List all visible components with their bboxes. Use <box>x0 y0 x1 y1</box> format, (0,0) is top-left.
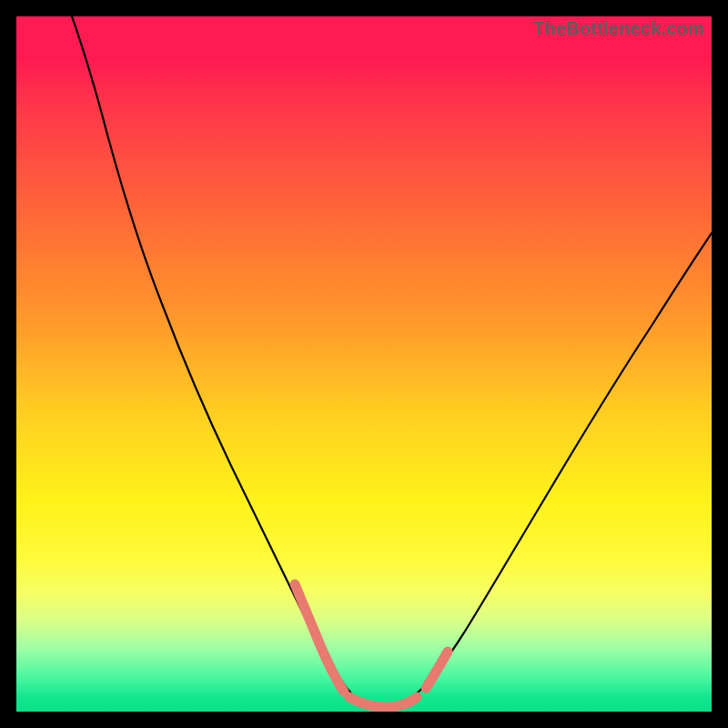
chart-frame: TheBottleneck.com <box>0 0 728 728</box>
plot-area: TheBottleneck.com <box>16 16 712 712</box>
highlight-right <box>426 652 448 688</box>
highlight-left <box>295 584 344 692</box>
bottleneck-curve <box>16 16 712 712</box>
curve-path <box>72 16 712 706</box>
highlight-trough <box>349 697 417 707</box>
